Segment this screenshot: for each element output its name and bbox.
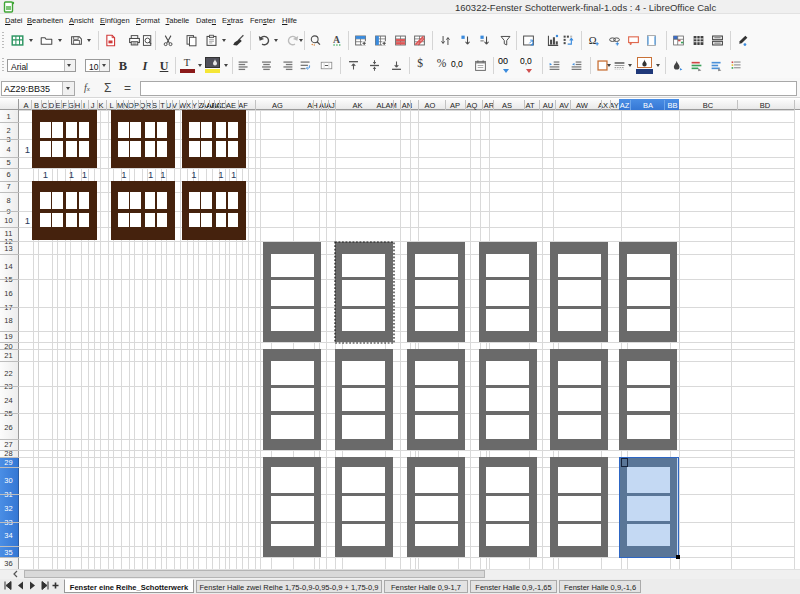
svg-text:A: A: [332, 34, 339, 45]
